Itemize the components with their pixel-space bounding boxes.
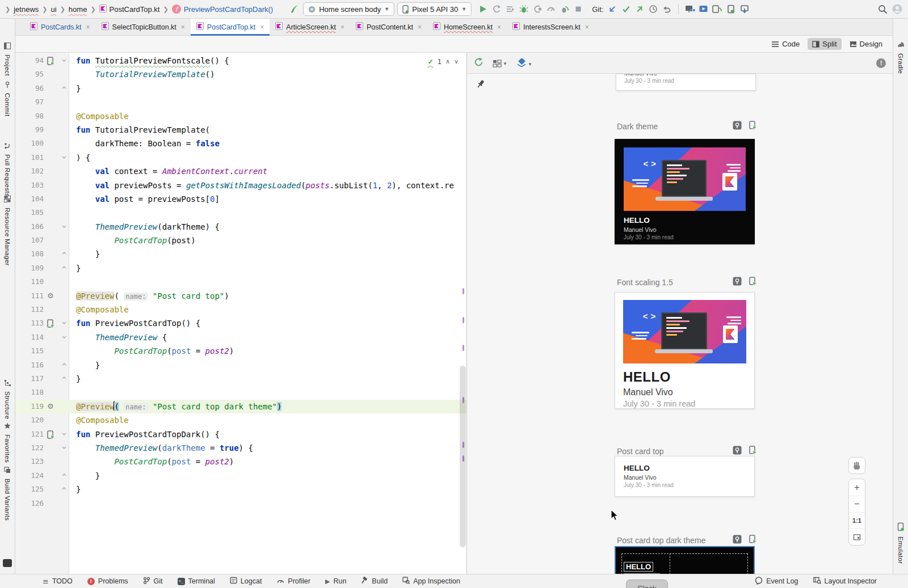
statusbar-button-profiler[interactable]: Profiler (276, 577, 310, 586)
breadcrumb-file[interactable]: PostCardTop.kt (110, 5, 160, 14)
preview-issues-badge[interactable]: ! (876, 58, 886, 68)
code-line-110[interactable]: 110 (15, 275, 466, 289)
run-preview-gutter-icon[interactable] (47, 430, 55, 438)
run-preview-gutter-icon[interactable] (47, 56, 55, 65)
preview-view-options[interactable]: ▼ (516, 58, 532, 68)
zoom-in-button[interactable]: + (849, 479, 865, 496)
code-line-103[interactable]: 103 val previewPosts = getPostsWithImage… (15, 179, 466, 192)
refresh-preview-icon[interactable] (474, 57, 484, 69)
preview-settings-gutter-icon[interactable]: ⚙ (47, 289, 54, 303)
tool-window-button-pull-requests[interactable]: Pull Requests (0, 141, 15, 197)
fold-marker-icon[interactable] (62, 54, 66, 67)
code-line-116[interactable]: 116 } (15, 358, 466, 372)
code-line-118[interactable]: 118 (15, 386, 466, 399)
user-avatar[interactable] (891, 3, 903, 15)
statusbar-button-git[interactable]: Git (143, 577, 163, 586)
fold-marker-icon[interactable] (62, 82, 66, 95)
run-button[interactable] (477, 3, 489, 15)
tool-window-button-project[interactable]: Project (0, 41, 15, 76)
interactive-preview-icon[interactable] (733, 535, 742, 545)
attach-profiler-button[interactable] (531, 3, 544, 15)
code-line-113[interactable]: 113fun PreviewPostCardTop() { (15, 316, 466, 330)
interactive-preview-icon[interactable] (733, 121, 742, 132)
code-line-115[interactable]: 115 PostCardTop(post = post2) (15, 344, 466, 358)
previous-issue-button[interactable]: ∧ (445, 58, 450, 65)
breadcrumb-function[interactable]: PreviewPostCardTopDark() (184, 5, 274, 14)
device-manager-button[interactable] (684, 3, 696, 15)
pan-tool-button[interactable] (848, 457, 865, 474)
tool-window-button-structure[interactable]: Structure (0, 378, 15, 419)
statusbar-button-event-log[interactable]: Event Log (755, 577, 798, 586)
fold-marker-icon[interactable] (62, 151, 66, 164)
preview-layout-select[interactable]: ▼ (493, 59, 507, 67)
code-line-109[interactable]: 109} (15, 261, 466, 275)
code-line-111[interactable]: 111⚙@Preview( name: "Post card top") (15, 289, 466, 303)
git-update-button[interactable] (606, 3, 619, 15)
statusbar-button-run[interactable]: ▶Run (325, 577, 346, 586)
interactive-preview-icon[interactable] (733, 446, 742, 456)
view-mode-code-button[interactable]: Code (767, 38, 804, 50)
git-history-button[interactable] (647, 3, 659, 15)
code-line-121[interactable]: 121fun PreviewPostCardTopDark() { (15, 428, 466, 441)
view-mode-design-button[interactable]: Design (845, 38, 887, 50)
editor-scrollbar[interactable] (460, 366, 466, 547)
editor-tab-interestsscreen-kt[interactable]: InterestsScreen.kt× (507, 19, 595, 35)
device-mirror-button[interactable] (711, 3, 724, 15)
pin-icon[interactable] (476, 79, 485, 92)
interactive-preview-icon[interactable] (733, 277, 742, 287)
code-line-106[interactable]: 106 ThemedPreview(darkTheme) { (15, 220, 466, 234)
git-rollback-button[interactable] (661, 3, 673, 15)
tool-window-button-build-variants[interactable]: Build Variants (0, 466, 15, 521)
run-configuration-select[interactable]: Home screen body ▼ (303, 2, 394, 16)
code-line-102[interactable]: 102 val context = AmbientContext.current (15, 164, 466, 178)
fold-marker-icon[interactable] (62, 372, 66, 386)
logcat-window-button[interactable] (697, 3, 710, 15)
fold-marker-icon[interactable] (62, 469, 66, 483)
breadcrumb-package-ui[interactable]: ui (51, 5, 57, 14)
code-line-120[interactable]: 120@Composable (15, 413, 466, 427)
fold-marker-icon[interactable] (62, 441, 66, 455)
next-issue-button[interactable]: ∨ (454, 58, 459, 65)
code-editor[interactable]: 94fun TutorialPreviewFontscale() {95 Tut… (15, 53, 466, 574)
breadcrumb-package-home[interactable]: home (69, 5, 87, 14)
code-line-119[interactable]: 119⚙@Preview( name: "Post card top dark … (15, 400, 466, 413)
profiler-gauge-button[interactable] (545, 3, 557, 15)
code-line-99[interactable]: 99fun TutorialPreviewTemplate( (15, 123, 466, 137)
code-line-114[interactable]: 114 ThemedPreview { (15, 331, 466, 344)
run-preview-icon[interactable] (749, 121, 757, 132)
run-preview-icon[interactable] (749, 535, 757, 545)
fold-marker-icon[interactable] (62, 247, 66, 261)
device-select[interactable]: Pixel 5 API 30 ▼ (397, 2, 472, 16)
search-button[interactable] (876, 3, 889, 15)
code-line-95[interactable]: 95 TutorialPreviewTemplate() (15, 67, 466, 81)
statusbar-button-app-inspection[interactable]: App Inspection (402, 577, 460, 586)
code-line-112[interactable]: 112@Composable (15, 303, 466, 316)
code-line-124[interactable]: 124 } (15, 469, 466, 483)
preview-settings-gutter-icon[interactable]: ⚙ (47, 400, 54, 413)
statusbar-button-logcat[interactable]: Logcat (230, 577, 262, 586)
code-line-117[interactable]: 117} (15, 372, 466, 386)
build-refresh-icon[interactable] (288, 3, 300, 15)
code-line-104[interactable]: 104 val post = previewPosts[0] (15, 192, 466, 206)
code-line-100[interactable]: 100 darkTheme: Boolean = false (15, 137, 466, 150)
fold-marker-icon[interactable] (62, 358, 66, 372)
code-line-94[interactable]: 94fun TutorialPreviewFontscale() { (15, 54, 466, 67)
sdk-manager-button[interactable] (738, 3, 751, 15)
quick-access-button[interactable] (3, 559, 12, 567)
tab-close-icon[interactable]: × (497, 23, 501, 31)
debug-button[interactable] (518, 3, 530, 15)
code-line-96[interactable]: 96} (15, 82, 466, 95)
tab-close-icon[interactable]: × (418, 23, 422, 31)
run-preview-gutter-icon[interactable] (47, 319, 55, 327)
tab-close-icon[interactable]: × (260, 23, 264, 31)
tab-close-icon[interactable]: × (181, 23, 185, 31)
fold-marker-icon[interactable] (62, 220, 66, 234)
fold-marker-icon[interactable] (62, 261, 66, 275)
tab-close-icon[interactable]: × (86, 23, 90, 31)
code-line-107[interactable]: 107 PostCardTop(post) (15, 234, 466, 247)
git-push-button[interactable] (633, 3, 646, 15)
git-commit-button[interactable] (620, 3, 632, 15)
statusbar-button-build[interactable]: Build (361, 577, 388, 586)
stop-button[interactable] (572, 3, 585, 15)
code-line-97[interactable]: 97 (15, 95, 466, 109)
